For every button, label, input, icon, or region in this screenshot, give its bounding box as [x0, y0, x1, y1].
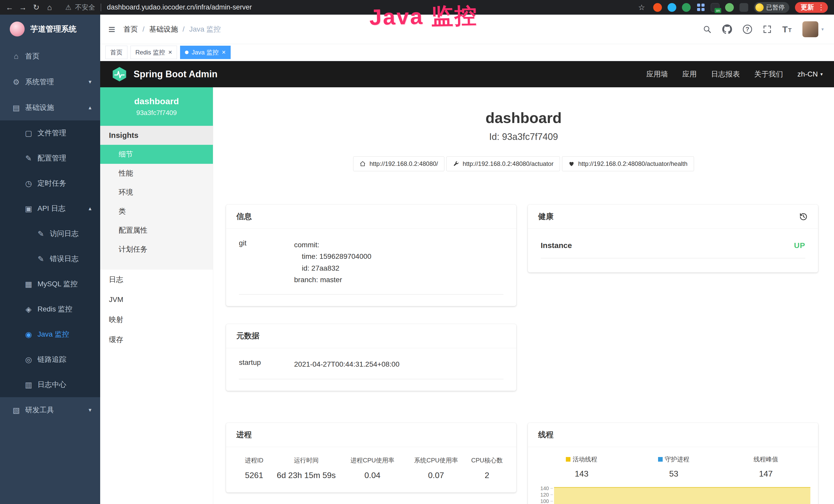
- metadata-value: 2021-04-27T00:44:31.254+08:00: [294, 359, 399, 370]
- update-button[interactable]: 更新 ⋮: [795, 2, 828, 13]
- profile-badge[interactable]: 已暂停: [754, 2, 789, 13]
- extension-icon-7[interactable]: [740, 3, 748, 12]
- tab-redis-monitor[interactable]: Redis 监控 ×: [130, 46, 177, 59]
- metadata-card: 元数据 startup 2021-04-27T00:44:31.254+08:0…: [226, 324, 516, 391]
- url-text[interactable]: dashboard.yudao.iocoder.cn/infra/admin-s…: [107, 3, 252, 11]
- search-icon[interactable]: [703, 25, 711, 33]
- sba-item-jvm[interactable]: JVM: [100, 290, 213, 310]
- tab-java-monitor[interactable]: Java 监控 ×: [180, 46, 231, 59]
- browser-actions: ☆ on 已暂停 更新 ⋮: [636, 2, 830, 13]
- github-icon[interactable]: [722, 24, 732, 34]
- health-instance-label: Instance: [541, 241, 572, 250]
- sidebar-item-system-management[interactable]: ⚙ 系统管理 ▾: [0, 69, 100, 95]
- sba-nav-journal[interactable]: 日志报表: [711, 69, 740, 79]
- close-icon[interactable]: ×: [168, 48, 172, 56]
- y-tick: 140: [535, 485, 549, 491]
- info-key: git: [239, 239, 294, 285]
- extension-icon-5[interactable]: on: [711, 3, 720, 12]
- app-logo[interactable]: 芋道管理系统: [0, 15, 100, 43]
- sidebar-item-scheduled-tasks[interactable]: ◷ 定时任务: [0, 171, 100, 196]
- sidebar-item-tracing[interactable]: ◎ 链路追踪: [0, 347, 100, 372]
- help-icon[interactable]: ?: [743, 25, 752, 34]
- app-window: 芋道管理系统 ⌂ 首页 ⚙ 系统管理 ▾ ▤ 基础设施 ▴ ▢ 文件管理 ✎ 配…: [0, 15, 834, 504]
- extension-icon-1[interactable]: [653, 3, 662, 12]
- font-size-small-glyph: T: [788, 27, 792, 33]
- extension-icon-3[interactable]: [682, 3, 691, 12]
- sidebar-item-redis-monitor[interactable]: ◈ Redis 监控: [0, 297, 100, 322]
- user-avatar[interactable]: [803, 21, 818, 37]
- y-tick: 120: [535, 492, 549, 498]
- sidebar-item-config-management[interactable]: ✎ 配置管理: [0, 145, 100, 171]
- close-icon[interactable]: ×: [222, 48, 226, 56]
- threads-chart: 140 120 100: [535, 486, 812, 504]
- history-icon[interactable]: [799, 212, 808, 221]
- address-bar[interactable]: ⚠ 不安全 dashboard.yudao.iocoder.cn/infra/a…: [57, 3, 635, 12]
- breadcrumb-home[interactable]: 首页: [124, 24, 138, 34]
- sba-locale-select[interactable]: zh-CN ▾: [797, 70, 823, 78]
- process-col-value: 5261: [234, 471, 275, 480]
- log-center-icon: ▥: [23, 380, 35, 389]
- instance-header[interactable]: dashboard 93a3fc7f7409: [100, 87, 213, 126]
- sba-item-logs[interactable]: 日志: [100, 270, 213, 290]
- card-title: 线程: [538, 430, 553, 440]
- health-instance-row[interactable]: Instance UP: [541, 241, 805, 258]
- metadata-key: startup: [239, 359, 294, 370]
- extension-icon-2[interactable]: [667, 3, 676, 12]
- sidebar-item-file-management[interactable]: ▢ 文件管理: [0, 120, 100, 145]
- sba-item-environment[interactable]: 环境: [100, 183, 213, 202]
- sba-nav-about[interactable]: 关于我们: [754, 69, 783, 79]
- sidebar-item-infrastructure[interactable]: ▤ 基础设施 ▴: [0, 95, 100, 120]
- pencil-icon: ✎: [23, 154, 35, 163]
- sba-item-config-props[interactable]: 配置属性: [100, 221, 213, 240]
- sba-item-classes[interactable]: 类: [100, 202, 213, 221]
- sba-item-performance[interactable]: 性能: [100, 164, 213, 183]
- browser-menu-icon[interactable]: ⋮: [817, 3, 825, 12]
- document-icon: ▣: [23, 204, 35, 213]
- menu-label: 链路追踪: [38, 354, 66, 364]
- user-menu[interactable]: ▾: [803, 21, 824, 37]
- folder-icon: ▢: [23, 129, 35, 138]
- sba-item-details[interactable]: 细节: [100, 145, 213, 164]
- instance-url-link[interactable]: http://192.168.0.2:48080/: [353, 156, 444, 171]
- security-warning-icon[interactable]: ⚠: [65, 3, 71, 12]
- sidebar-item-home[interactable]: ⌂ 首页: [0, 43, 100, 69]
- tab-home[interactable]: 首页: [105, 46, 127, 59]
- extension-on-badge: on: [715, 8, 721, 13]
- health-card-body: Instance UP: [528, 229, 818, 272]
- sba-brand-title: Spring Boot Admin: [134, 69, 218, 79]
- sidebar-item-dev-tools[interactable]: ▧ 研发工具 ▾: [0, 397, 100, 423]
- health-url-link[interactable]: http://192.168.0.2:48080/actuator/health: [562, 156, 694, 171]
- sba-item-mappings[interactable]: 映射: [100, 310, 213, 330]
- font-size-icon[interactable]: T T: [782, 25, 792, 33]
- sidebar-item-log-center[interactable]: ▥ 日志中心: [0, 372, 100, 397]
- sidebar-item-java-monitor[interactable]: ◉ Java 监控: [0, 322, 100, 347]
- actuator-url-link[interactable]: http://192.168.0.2:48080/actuator: [446, 156, 560, 171]
- sba-nav-applications[interactable]: 应用: [682, 69, 697, 79]
- sba-nav-wallboard[interactable]: 应用墙: [646, 69, 668, 79]
- sba-item-scheduled-tasks[interactable]: 计划任务: [100, 240, 213, 259]
- sidebar-item-error-logs[interactable]: ✎ 错误日志: [0, 246, 100, 271]
- fullscreen-icon[interactable]: [763, 25, 772, 33]
- extension-icon-4[interactable]: [696, 3, 705, 12]
- sba-brand[interactable]: Spring Boot Admin: [111, 66, 218, 82]
- process-col-pid: 进程ID 5261: [234, 456, 275, 480]
- process-col-value: 0.04: [338, 471, 407, 480]
- legend-label: 活动线程: [572, 455, 597, 463]
- back-icon[interactable]: ←: [4, 2, 16, 13]
- forward-icon[interactable]: →: [17, 2, 29, 13]
- menu-label: 错误日志: [50, 254, 79, 264]
- browser-home-icon[interactable]: ⌂: [44, 2, 56, 13]
- extension-icon-6[interactable]: [725, 3, 734, 12]
- bookmark-star-icon[interactable]: ☆: [636, 2, 648, 13]
- sidebar-item-api-logs[interactable]: ▣ API 日志 ▴: [0, 196, 100, 221]
- sidebar-item-access-logs[interactable]: ✎ 访问日志: [0, 221, 100, 246]
- sidebar-item-mysql-monitor[interactable]: ▦ MySQL 监控: [0, 271, 100, 297]
- sidebar-toggle-icon[interactable]: ≡: [100, 22, 124, 36]
- breadcrumb-infrastructure[interactable]: 基础设施: [149, 24, 178, 34]
- security-label[interactable]: 不安全: [75, 3, 95, 12]
- chevron-up-icon: ▴: [89, 104, 91, 111]
- sba-item-caches[interactable]: 缓存: [100, 330, 213, 350]
- reload-icon[interactable]: ↻: [30, 2, 42, 13]
- process-col-system-cpu: 系统CPU使用率 0.07: [407, 456, 465, 480]
- grid-dots-icon: [697, 4, 705, 11]
